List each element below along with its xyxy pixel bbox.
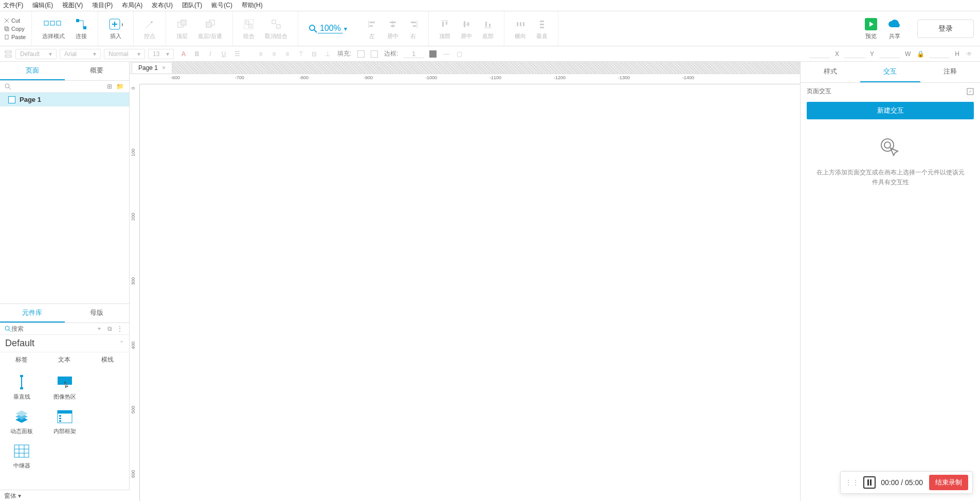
lib-cat[interactable]: 横线 (101, 355, 114, 364)
align-left-button[interactable]: 左 (362, 17, 382, 40)
send-back-button[interactable]: 底层/后退 (193, 17, 227, 40)
font-select[interactable]: Arial▾ (60, 49, 101, 59)
border-style-button[interactable]: — (441, 48, 452, 60)
zoom-value[interactable]: 100% (318, 24, 343, 33)
border-color-button[interactable] (427, 48, 439, 60)
menu-publish[interactable]: 发布(U) (152, 1, 173, 10)
drag-handle[interactable]: ⋮⋮ (845, 478, 859, 487)
visibility-icon[interactable]: 👁 (964, 48, 975, 60)
tab-interactions[interactable]: 交互 (860, 62, 920, 82)
text-color-button[interactable]: A (178, 48, 189, 60)
select-mode-button[interactable]: 选择模式 (37, 17, 70, 40)
svg-rect-31 (489, 24, 491, 27)
align-middle-button[interactable]: 居中 (456, 17, 477, 40)
widget-hotspot[interactable]: 图像热区 (43, 371, 86, 406)
x-input[interactable] (809, 50, 830, 58)
ungroup-button[interactable]: 取消组合 (260, 17, 293, 40)
widget-iframe[interactable]: 内部框架 (43, 406, 86, 440)
tab-notes[interactable]: 注释 (920, 62, 980, 82)
menu-file[interactable]: 文件(F) (3, 1, 23, 10)
widget-search-input[interactable] (11, 325, 94, 332)
bold-button[interactable]: B (191, 48, 203, 60)
menu-team[interactable]: 团队(T) (182, 1, 202, 10)
paste-button[interactable]: Paste (4, 34, 31, 40)
lib-menu-button[interactable]: ⋮ (115, 325, 125, 332)
fill-color-button[interactable] (355, 48, 367, 60)
menu-project[interactable]: 项目(P) (92, 1, 113, 10)
canvas-tab[interactable]: Page 1× (132, 62, 172, 73)
style-select[interactable]: Default▾ (15, 49, 57, 59)
zoom-control[interactable]: 100% ▾ (298, 11, 357, 46)
stop-recording-button[interactable]: 结束录制 (929, 475, 968, 490)
page-search-input[interactable] (11, 83, 104, 90)
menu-view[interactable]: 视图(V) (62, 1, 83, 10)
dist-horiz-button[interactable]: 横向 (510, 17, 531, 40)
list-button[interactable]: ☰ (231, 48, 243, 60)
close-tab-button[interactable]: × (162, 64, 166, 71)
menu-layout[interactable]: 布局(A) (122, 1, 142, 10)
lib-window-button[interactable]: ⧉ (104, 325, 115, 332)
align-center-button[interactable]: 居中 (382, 17, 404, 40)
cut-button[interactable]: Cut (4, 17, 31, 24)
bring-front-button[interactable]: 顶层 (171, 17, 193, 40)
group-button[interactable]: 组合 (238, 17, 260, 40)
svg-rect-34 (523, 22, 524, 26)
lib-name[interactable]: Default⌃ (0, 335, 129, 352)
point-button[interactable]: 控点 (139, 17, 160, 40)
pause-button[interactable] (863, 476, 876, 489)
lib-cat[interactable]: 文本 (58, 355, 70, 364)
widget-repeater[interactable]: 中继器 (0, 440, 43, 475)
ruler-vertical[interactable]: 0100200 300400500600 (130, 84, 140, 501)
page-item[interactable]: Page 1 (0, 93, 129, 106)
dist-vert-button[interactable]: 垂直 (531, 17, 553, 40)
align-r-button[interactable]: ≡ (282, 48, 293, 60)
tab-masters[interactable]: 母版 (65, 304, 130, 323)
preview-button[interactable]: 预览 (860, 17, 882, 40)
valign-t-button[interactable]: ⊤ (295, 48, 306, 60)
share-button[interactable]: 共享 (882, 17, 907, 40)
fill-image-button[interactable] (369, 48, 380, 60)
border-side-button[interactable]: ▢ (454, 48, 465, 60)
menu-account[interactable]: 账号(C) (211, 1, 232, 10)
italic-button[interactable]: I (205, 48, 216, 60)
svg-rect-5 (57, 21, 61, 25)
add-page-button[interactable]: ⊞ (104, 83, 115, 90)
canvas[interactable] (140, 84, 800, 501)
footer-select[interactable]: 窗体 ▾ (0, 490, 130, 501)
w-input[interactable] (879, 50, 900, 58)
connect-button[interactable]: 连接 (70, 17, 93, 40)
new-interaction-button[interactable]: 新建交互 (807, 102, 974, 119)
h-input[interactable] (929, 50, 950, 58)
tab-outline[interactable]: 概要 (65, 62, 130, 80)
align-bottom-button[interactable]: 底部 (477, 17, 499, 40)
expand-icon[interactable] (967, 88, 974, 95)
weight-select[interactable]: Normal▾ (104, 49, 145, 59)
widget-vline[interactable]: 垂直线 (0, 371, 43, 406)
menu-edit[interactable]: 编辑(E) (32, 1, 53, 10)
copy-button[interactable]: Copy (4, 26, 31, 32)
align-l-button[interactable]: ≡ (255, 48, 266, 60)
add-lib-button[interactable]: + (94, 325, 104, 332)
size-select[interactable]: 13▾ (148, 49, 174, 59)
align-c-button[interactable]: ≡ (268, 48, 280, 60)
widget-dynamic-panel[interactable]: 动态面板 (0, 406, 43, 440)
underline-button[interactable]: U (218, 48, 229, 60)
ruler-horizontal[interactable]: -600-700-800 -900-1000-1100 -1200-1300-1… (140, 74, 800, 84)
y-input[interactable] (844, 50, 865, 58)
login-button[interactable]: 登录 (917, 20, 974, 38)
tab-style[interactable]: 样式 (801, 62, 860, 82)
lib-cat[interactable]: 标签 (15, 355, 28, 364)
valign-m-button[interactable]: ⊟ (308, 48, 320, 60)
border-width-input[interactable] (404, 50, 424, 58)
svg-rect-36 (540, 24, 544, 25)
add-folder-button[interactable]: 📁 (115, 83, 125, 90)
tab-widgets[interactable]: 元件库 (0, 304, 65, 323)
insert-button[interactable]: 插入 (103, 17, 128, 40)
align-right-button[interactable]: 右 (404, 17, 423, 40)
svg-rect-44 (58, 377, 72, 385)
valign-b-button[interactable]: ⊥ (322, 48, 333, 60)
align-top-button[interactable]: 顶部 (434, 17, 456, 40)
lock-icon[interactable]: 🔒 (915, 48, 926, 60)
tab-pages[interactable]: 页面 (0, 62, 65, 80)
menu-help[interactable]: 帮助(H) (242, 1, 263, 10)
